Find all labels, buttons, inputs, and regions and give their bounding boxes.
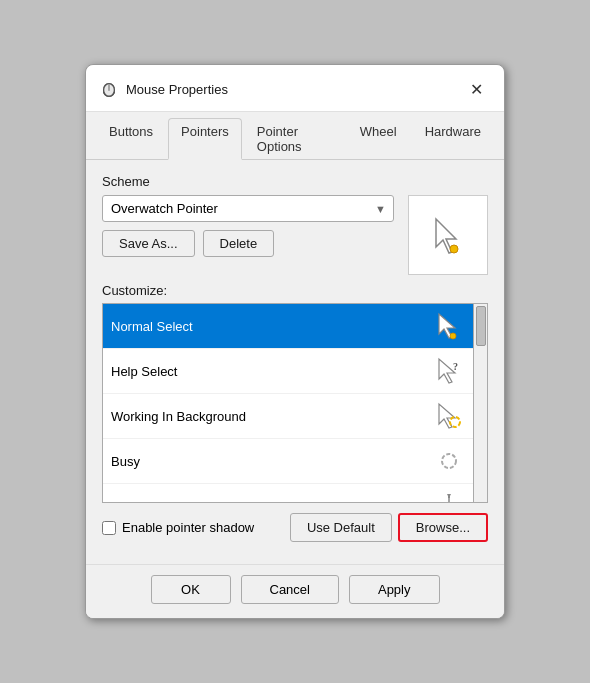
pointer-list[interactable]: Normal Select Help Select ? [102, 303, 474, 503]
title-bar: Mouse Properties ✕ [86, 65, 504, 112]
close-button[interactable]: ✕ [462, 75, 490, 103]
save-as-button[interactable]: Save As... [102, 230, 195, 257]
scrollbar-thumb[interactable] [476, 306, 486, 346]
svg-marker-9 [439, 404, 455, 428]
scheme-select-wrap: Overwatch Pointer (None) Windows Default… [102, 195, 394, 222]
list-item-precision-select[interactable]: Precision Select [103, 484, 473, 503]
browse-button[interactable]: Browse... [398, 513, 488, 542]
working-background-cursor-icon [433, 400, 465, 432]
pointer-shadow-checkbox-label[interactable]: Enable pointer shadow [102, 520, 254, 535]
scheme-label: Scheme [102, 174, 488, 189]
delete-button[interactable]: Delete [203, 230, 275, 257]
tab-pointer-options[interactable]: Pointer Options [244, 118, 345, 159]
use-default-button[interactable]: Use Default [290, 513, 392, 542]
dialog-footer: OK Cancel Apply [86, 564, 504, 618]
customize-label: Customize: [102, 283, 488, 298]
help-select-cursor-icon: ? [433, 355, 465, 387]
help-select-label: Help Select [111, 364, 177, 379]
svg-point-11 [442, 454, 456, 468]
tab-hardware[interactable]: Hardware [412, 118, 494, 159]
cursor-preview-icon [428, 215, 468, 255]
normal-select-label: Normal Select [111, 319, 193, 334]
mouse-icon [100, 80, 118, 98]
tabs-bar: Buttons Pointers Pointer Options Wheel H… [86, 112, 504, 160]
dialog-title: Mouse Properties [126, 82, 228, 97]
tab-pointers[interactable]: Pointers [168, 118, 242, 160]
normal-select-cursor-icon [433, 310, 465, 342]
bottom-buttons: Use Default Browse... [290, 513, 488, 542]
precision-select-label: Precision Select [111, 499, 204, 504]
pointer-shadow-checkbox[interactable] [102, 521, 116, 535]
apply-button[interactable]: Apply [349, 575, 440, 604]
pointer-shadow-label: Enable pointer shadow [122, 520, 254, 535]
list-item-busy[interactable]: Busy [103, 439, 473, 484]
tab-buttons[interactable]: Buttons [96, 118, 166, 159]
precision-select-cursor-icon [433, 490, 465, 503]
working-background-label: Working In Background [111, 409, 246, 424]
busy-cursor-icon [433, 445, 465, 477]
list-item-working-background[interactable]: Working In Background [103, 394, 473, 439]
mouse-properties-dialog: Mouse Properties ✕ Buttons Pointers Poin… [85, 64, 505, 619]
svg-point-4 [450, 245, 458, 253]
bottom-controls-row: Enable pointer shadow Use Default Browse… [102, 513, 488, 542]
title-bar-left: Mouse Properties [100, 80, 228, 98]
cancel-button[interactable]: Cancel [241, 575, 339, 604]
ok-button[interactable]: OK [151, 575, 231, 604]
content-area: Scheme Overwatch Pointer (None) Windows … [86, 160, 504, 564]
cursor-preview-box [408, 195, 488, 275]
list-item-normal-select[interactable]: Normal Select [103, 304, 473, 349]
scrollbar-track[interactable] [474, 303, 488, 503]
tab-wheel[interactable]: Wheel [347, 118, 410, 159]
scheme-select[interactable]: Overwatch Pointer (None) Windows Default [102, 195, 394, 222]
svg-point-6 [450, 333, 456, 339]
busy-label: Busy [111, 454, 140, 469]
main-area: Normal Select Help Select ? [102, 303, 488, 503]
list-item-help-select[interactable]: Help Select ? [103, 349, 473, 394]
svg-marker-15 [447, 494, 451, 498]
svg-text:?: ? [453, 361, 458, 372]
